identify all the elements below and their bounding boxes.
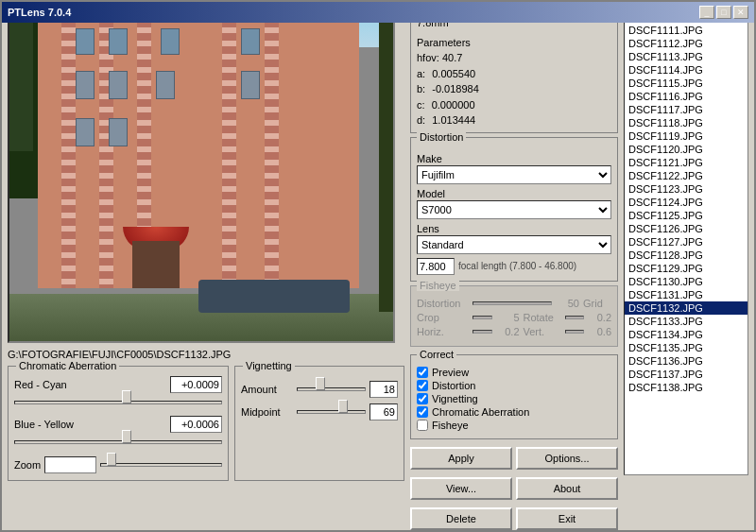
midpoint-slider-thumb[interactable] <box>338 400 348 413</box>
fisheye-crop-val: 5 <box>496 312 520 323</box>
minimize-button[interactable]: _ <box>699 6 714 19</box>
tree-right <box>379 23 393 312</box>
window5 <box>76 71 94 99</box>
list-item[interactable]: DSCF1122.JPG <box>625 169 747 182</box>
options-button[interactable]: Options... <box>516 447 618 470</box>
window1 <box>76 28 94 55</box>
fisheye-distortion-val: 50 <box>556 298 579 309</box>
zoom-input[interactable] <box>44 456 96 473</box>
c-label: c: <box>417 99 425 111</box>
midpoint-input[interactable] <box>369 403 398 420</box>
list-item[interactable]: DSCF1120.JPG <box>625 143 747 156</box>
list-item[interactable]: DSCF1124.JPG <box>625 196 747 209</box>
blue-yellow-input[interactable] <box>170 416 222 433</box>
list-item[interactable]: DSCF1132.JPG <box>625 301 747 315</box>
list-item[interactable]: DSCF1113.JPG <box>625 50 747 63</box>
vignetting-title: Vignetting <box>243 360 295 371</box>
fisheye-rotate-val: 0.2 <box>588 312 611 323</box>
view-button[interactable]: View... <box>410 477 512 500</box>
chromatic-checkbox[interactable] <box>417 406 428 418</box>
fisheye-distortion-slider[interactable] <box>472 301 552 305</box>
vignetting-checkbox[interactable] <box>417 393 428 404</box>
midpoint-slider-wrap <box>297 403 366 421</box>
lens-select[interactable]: Standard <box>417 235 611 254</box>
fisheye-vert-label: Vert. <box>524 326 561 337</box>
a-label: a: <box>417 68 425 79</box>
list-item[interactable]: DSCF1130.JPG <box>625 275 747 288</box>
list-item[interactable]: DSCF1128.JPG <box>625 249 747 262</box>
window2 <box>109 28 128 55</box>
make-select[interactable]: Fujifilm <box>417 165 611 184</box>
list-item[interactable]: DSCF1118.JPG <box>625 116 747 129</box>
about-button[interactable]: About <box>516 477 618 500</box>
list-item[interactable]: DSCF1134.JPG <box>625 328 747 341</box>
zoom-slider-thumb[interactable] <box>107 453 116 466</box>
list-item[interactable]: DSCF1119.JPG <box>625 129 747 143</box>
fisheye-horiz-label: Horiz. <box>417 326 469 337</box>
list-item[interactable]: DSCF1135.JPG <box>625 341 747 354</box>
list-item[interactable]: DSCF1127.JPG <box>625 235 747 249</box>
red-cyan-slider-thumb[interactable] <box>122 390 131 403</box>
fisheye-horiz-val: 0.2 <box>496 326 520 337</box>
fisheye-checkbox[interactable] <box>417 420 428 431</box>
fisheye-crop-slider[interactable] <box>472 316 492 319</box>
exit-button[interactable]: Exit <box>516 507 618 530</box>
vignetting-check-label: Vignetting <box>432 393 478 404</box>
fisheye-vert-slider[interactable] <box>565 330 585 334</box>
list-item[interactable]: DSCF1111.JPG <box>625 24 747 37</box>
blue-yellow-slider-track <box>14 440 222 444</box>
list-item[interactable]: DSCF1133.JPG <box>625 315 747 328</box>
red-cyan-input[interactable] <box>170 376 222 393</box>
close-button[interactable]: ✕ <box>733 6 748 19</box>
fisheye-title: Fisheye <box>417 280 459 291</box>
b-val: -0.018984 <box>432 83 479 94</box>
list-item[interactable]: DSCF1117.JPG <box>625 103 747 116</box>
chromatic-title: Chromatic Aberration <box>16 360 119 371</box>
distortion-check-row: Distortion <box>417 380 611 391</box>
distortion-checkbox[interactable] <box>417 380 428 391</box>
maximize-button[interactable]: □ <box>716 6 731 19</box>
stripe2 <box>99 23 113 288</box>
midpoint-row: Midpoint <box>241 403 398 421</box>
amount-slider-container <box>297 382 366 397</box>
list-item[interactable]: DSCF1126.JPG <box>625 222 747 235</box>
list-item[interactable]: DSCF1116.JPG <box>625 90 747 103</box>
camera-focal: 7.8mm <box>417 23 611 31</box>
list-item[interactable]: DSCF1121.JPG <box>625 156 747 169</box>
window-controls: _ □ ✕ <box>699 6 748 19</box>
fisheye-rotate-slider[interactable] <box>565 316 585 319</box>
blue-yellow-slider-thumb[interactable] <box>122 430 131 443</box>
file-list[interactable]: DSCF1110.JPGDSCF1111.JPGDSCF1112.JPGDSCF… <box>624 23 748 475</box>
list-item[interactable]: DSCF1125.JPG <box>625 209 747 222</box>
amount-slider-wrap <box>297 380 366 399</box>
list-item[interactable]: DSCF1114.JPG <box>625 63 747 77</box>
fisheye-group: Fisheye Distortion 50 Grid Crop 5 Rotate… <box>410 285 618 347</box>
list-item[interactable]: DSCF1131.JPG <box>625 288 747 301</box>
amount-slider-thumb[interactable] <box>316 377 325 390</box>
zoom-row: Zoom <box>14 455 222 474</box>
focal-input[interactable] <box>417 258 455 275</box>
distortion-check-label: Distortion <box>432 380 475 391</box>
fisheye-horiz-slider[interactable] <box>472 330 492 334</box>
amount-input[interactable] <box>369 381 398 398</box>
list-item[interactable]: DSCF1112.JPG <box>625 37 747 50</box>
list-item[interactable]: DSCF1137.JPG <box>625 368 747 381</box>
red-cyan-row: Red - Cyan <box>14 376 222 410</box>
list-item[interactable]: DSCF1123.JPG <box>625 182 747 196</box>
delete-button[interactable]: Delete <box>410 507 512 530</box>
model-select[interactable]: S7000 <box>417 200 611 219</box>
amount-row: Amount <box>241 380 398 399</box>
list-item[interactable]: DSCF1129.JPG <box>625 262 747 275</box>
bottom-panels: Chromatic Aberration Red - Cyan <box>8 366 404 481</box>
list-item[interactable]: DSCF1136.JPG <box>625 354 747 368</box>
midpoint-slider-container <box>297 404 366 420</box>
apply-button[interactable]: Apply <box>410 447 512 470</box>
list-item[interactable]: DSCF1115.JPG <box>625 77 747 90</box>
list-item[interactable]: DSCF1138.JPG <box>625 381 747 394</box>
hfov-label: hfov: <box>417 52 439 63</box>
preview-checkbox[interactable] <box>417 367 428 378</box>
fisheye-crop-row: Crop 5 Rotate 0.2 <box>417 312 611 323</box>
chromatic-aberration-group: Chromatic Aberration Red - Cyan <box>8 366 229 481</box>
fisheye-check-row: Fisheye <box>417 420 611 431</box>
window3 <box>161 28 180 55</box>
